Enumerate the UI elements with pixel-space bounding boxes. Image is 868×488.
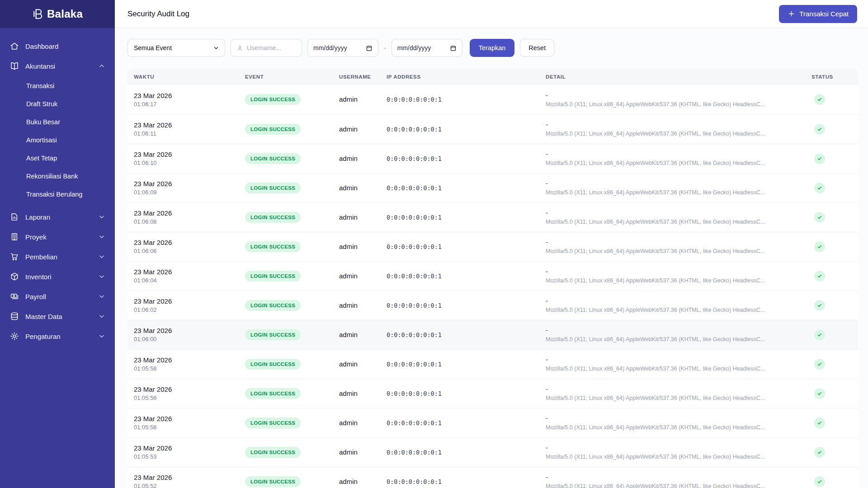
row-user-agent: Mozilla/5.0 (X11; Linux x86_64) AppleWeb… [546, 131, 799, 137]
table-row[interactable]: 23 Mar 2026 01:05:52 LOGIN SUCCESS admin… [127, 467, 858, 488]
shopping-cart-icon [10, 252, 19, 261]
page-title: Security Audit Log [127, 9, 189, 19]
row-user-agent: Mozilla/5.0 (X11; Linux x86_64) AppleWeb… [546, 483, 799, 488]
sidebar-subitem-rekonsiliasi-bank[interactable]: Rekonsiliasi Bank [0, 167, 115, 185]
row-username: admin [339, 125, 358, 133]
status-success-icon [814, 388, 825, 399]
box-icon [10, 272, 19, 281]
event-badge: LOGIN SUCCESS [245, 153, 301, 164]
table-row[interactable]: 23 Mar 2026 01:06:11 LOGIN SUCCESS admin… [127, 114, 858, 144]
row-username: admin [339, 213, 358, 221]
event-badge: LOGIN SUCCESS [245, 94, 301, 105]
row-time: 01:06:04 [134, 277, 232, 284]
row-ip-address: 0:0:0:0:0:0:0:1 [387, 243, 442, 250]
table-row[interactable]: 23 Mar 2026 01:05:53 LOGIN SUCCESS admin… [127, 437, 858, 467]
reset-button[interactable]: Reset [520, 39, 554, 57]
sidebar-item-laporan[interactable]: Laporan [0, 207, 115, 227]
row-time: 01:05:56 [134, 394, 232, 401]
table-row[interactable]: 23 Mar 2026 01:05:56 LOGIN SUCCESS admin… [127, 379, 858, 408]
date-from-input[interactable]: mm/dd/yyyy [307, 39, 378, 57]
row-date: 23 Mar 2026 [134, 385, 232, 393]
sidebar-subitem-aset-tetap[interactable]: Aset Tetap [0, 149, 115, 167]
event-badge: LOGIN SUCCESS [245, 300, 301, 311]
row-username: admin [339, 95, 358, 103]
row-user-agent: Mozilla/5.0 (X11; Linux x86_64) AppleWeb… [546, 395, 799, 401]
select-arrow-icon [213, 45, 219, 51]
event-badge: LOGIN SUCCESS [245, 271, 301, 282]
sidebar-subitem-transaksi-berulang[interactable]: Transaksi Berulang [0, 185, 115, 203]
sidebar-item-akuntansi[interactable]: Akuntansi [0, 56, 115, 76]
sidebar-item-label: Laporan [25, 213, 50, 221]
row-detail: - [546, 209, 799, 216]
row-time: 01:06:17 [134, 101, 232, 108]
date-from-value: mm/dd/yyyy [313, 44, 347, 52]
calendar-icon [450, 45, 457, 52]
audit-table-body: 23 Mar 2026 01:06:17 LOGIN SUCCESS admin… [127, 85, 858, 488]
status-success-icon [814, 153, 825, 164]
sidebar-subitem-draft-struk[interactable]: Draft Struk [0, 95, 115, 113]
sub-item-label: Aset Tetap [26, 155, 57, 162]
chevron-down-icon [99, 313, 105, 319]
sidebar-subitem-transaksi[interactable]: Transaksi [0, 77, 115, 95]
sidebar-item-label: Master Data [25, 313, 62, 320]
row-username: admin [339, 301, 358, 309]
row-detail: - [546, 385, 799, 393]
row-username: admin [339, 184, 358, 192]
apply-button[interactable]: Terapkan [470, 39, 515, 57]
status-success-icon [814, 418, 825, 428]
table-row[interactable]: 23 Mar 2026 01:06:06 LOGIN SUCCESS admin… [127, 232, 858, 261]
sidebar-item-pembelian[interactable]: Pembelian [0, 247, 115, 267]
sidebar-item-label: Akuntansi [25, 62, 55, 70]
row-user-agent: Mozilla/5.0 (X11; Linux x86_64) AppleWeb… [546, 248, 799, 254]
sidebar-item-payroll[interactable]: Payroll [0, 286, 115, 306]
row-ip-address: 0:0:0:0:0:0:0:1 [387, 214, 442, 221]
username-input[interactable] [247, 44, 296, 52]
sidebar-item-inventori[interactable]: Inventori [0, 267, 115, 286]
sidebar-item-dashboard[interactable]: Dashboard [0, 36, 115, 56]
logo[interactable]: Balaka [0, 0, 115, 28]
date-to-input[interactable]: mm/dd/yyyy [392, 39, 462, 57]
table-row[interactable]: 23 Mar 2026 01:06:00 LOGIN SUCCESS admin… [127, 320, 858, 349]
row-ip-address: 0:0:0:0:0:0:0:1 [387, 184, 442, 192]
row-ip-address: 0:0:0:0:0:0:0:1 [387, 331, 442, 338]
table-row[interactable]: 23 Mar 2026 01:06:17 LOGIN SUCCESS admin… [127, 85, 858, 114]
status-success-icon [814, 183, 825, 193]
event-filter-select[interactable]: Semua Event [127, 39, 225, 57]
event-badge: LOGIN SUCCESS [245, 359, 301, 370]
database-icon [10, 312, 19, 321]
username-filter [231, 39, 302, 57]
sidebar-item-proyek[interactable]: Proyek [0, 227, 115, 247]
row-time: 01:05:56 [134, 424, 232, 431]
sub-item-label: Rekonsiliasi Bank [26, 173, 78, 180]
table-row[interactable]: 23 Mar 2026 01:06:08 LOGIN SUCCESS admin… [127, 202, 858, 232]
row-user-agent: Mozilla/5.0 (X11; Linux x86_64) AppleWeb… [546, 336, 799, 343]
sidebar-item-label: Payroll [25, 293, 46, 300]
table-row[interactable]: 23 Mar 2026 01:05:56 LOGIN SUCCESS admin… [127, 408, 858, 437]
building-icon [10, 232, 19, 241]
table-row[interactable]: 23 Mar 2026 01:06:10 LOGIN SUCCESS admin… [127, 144, 858, 173]
table-row[interactable]: 23 Mar 2026 01:06:09 LOGIN SUCCESS admin… [127, 173, 858, 202]
row-username: admin [339, 243, 358, 250]
user-icon [236, 45, 243, 52]
row-time: 01:05:52 [134, 483, 232, 488]
quick-transaction-button[interactable]: Transaksi Cepat [779, 5, 857, 23]
table-row[interactable]: 23 Mar 2026 01:06:02 LOGIN SUCCESS admin… [127, 291, 858, 320]
row-user-agent: Mozilla/5.0 (X11; Linux x86_64) AppleWeb… [546, 101, 799, 108]
brand-name: Balaka [47, 8, 83, 20]
table-header-row: WAKTU EVENT USERNAME IP ADDRESS DETAIL S… [127, 69, 858, 85]
table-row[interactable]: 23 Mar 2026 01:06:04 LOGIN SUCCESS admin… [127, 261, 858, 291]
row-ip-address: 0:0:0:0:0:0:0:1 [387, 96, 442, 103]
sidebar-item-label: Dashboard [25, 42, 58, 50]
sidebar-item-master-data[interactable]: Master Data [0, 306, 115, 326]
table-row[interactable]: 23 Mar 2026 01:05:58 LOGIN SUCCESS admin… [127, 349, 858, 379]
book-open-icon [10, 61, 19, 70]
sidebar-subitem-buku-besar[interactable]: Buku Besar [0, 113, 115, 131]
sidebar-subitem-amortisasi[interactable]: Amortisasi [0, 131, 115, 149]
row-user-agent: Mozilla/5.0 (X11; Linux x86_64) AppleWeb… [546, 277, 799, 284]
row-detail: - [546, 121, 799, 128]
row-username: admin [339, 419, 358, 427]
row-ip-address: 0:0:0:0:0:0:0:1 [387, 155, 442, 162]
column-header-username: USERNAME [333, 69, 380, 85]
sidebar-item-pengaturan[interactable]: Pengaturan [0, 326, 115, 346]
row-ip-address: 0:0:0:0:0:0:0:1 [387, 302, 442, 309]
